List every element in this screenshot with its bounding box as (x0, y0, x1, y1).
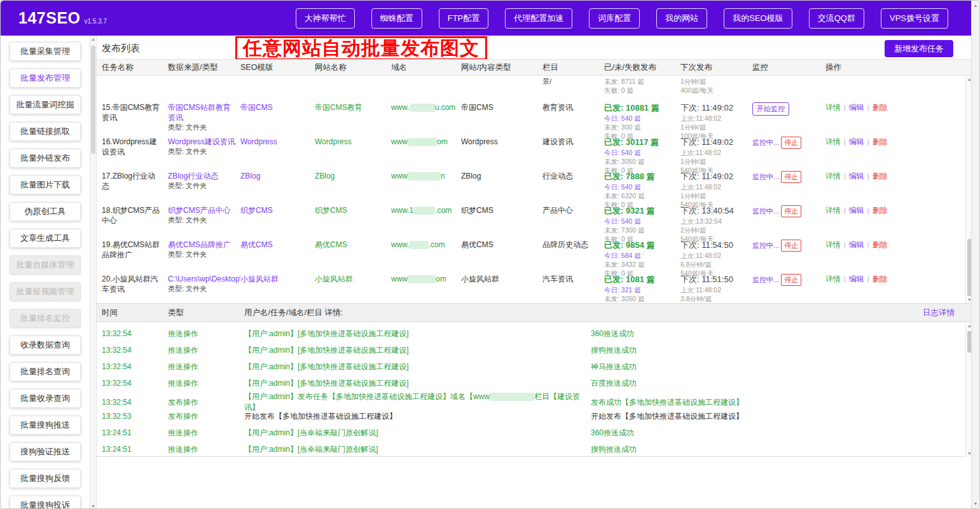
edit-link[interactable]: 编辑 (849, 206, 864, 215)
detail-link[interactable]: 详情 (825, 103, 841, 112)
sidebar-item-index-data-query[interactable]: 收录数据查询 (10, 336, 81, 355)
sidebar-item-article-generate[interactable]: 文章生成工具 (10, 229, 81, 248)
stop-monitor-button[interactable]: 停止 (781, 205, 801, 217)
monitoring-label: 监控中... (752, 241, 779, 249)
edit-link[interactable]: 编辑 (849, 275, 864, 283)
scroll-down-icon[interactable]: ▼ (972, 501, 979, 506)
detail-link[interactable]: 详情 (825, 172, 841, 180)
domain-cell: www.u.com (391, 102, 461, 112)
sidebar-item-image-download[interactable]: 批量图片下载 (10, 175, 81, 194)
monitoring-label: 监控中... (752, 276, 779, 283)
data-source-link[interactable]: ZBlog行业动态 (168, 171, 235, 181)
edit-link[interactable]: 编辑 (849, 103, 864, 112)
delete-link[interactable]: 删除 (873, 172, 888, 180)
domain-cell: www..com (391, 240, 461, 250)
detail-link[interactable]: 详情 (825, 240, 841, 249)
edit-link[interactable]: 编辑 (849, 137, 864, 146)
sidebar-item-link-grab[interactable]: 批量链接抓取 (10, 122, 81, 141)
sidebar-item-rank-query[interactable]: 批量排名查询 (10, 362, 81, 381)
detail-link[interactable]: 详情 (825, 137, 841, 146)
category-cell: 品牌历史动态 (542, 240, 604, 250)
sidebar-item-sogou-feedback[interactable]: 批量搜狗反馈 (10, 469, 81, 488)
sidebar-item-batch-collect[interactable]: 批量采集管理 (10, 42, 81, 61)
data-source-link[interactable]: 易优CMS品牌推广 (168, 240, 235, 250)
scroll-down-icon[interactable]: ▼ (90, 504, 96, 508)
log-row: 13:32:54 推送操作 【用户:admin】[多地加快推进基础设施工程建设]… (97, 342, 965, 358)
log-header: 时间 类型 用户名/任务/域名/栏目 详情: 日志详情 (97, 303, 972, 322)
scroll-up-icon[interactable]: ▲ (90, 37, 96, 41)
nav-lexicon-config-button[interactable]: 词库配置 (589, 8, 640, 29)
seo-template: 帝国CMS (240, 102, 315, 112)
delete-link[interactable]: 删除 (873, 206, 888, 215)
today-count: 今日: 321 篇 (604, 285, 675, 294)
publish-interval: 1分钟/篇 (680, 191, 747, 200)
unpublished-count: 未发: 3050 篇 (604, 157, 675, 166)
col-next-publish: 下次发布 (680, 62, 752, 73)
data-source-link[interactable]: Wordpress建设资讯 (168, 137, 235, 147)
detail-link[interactable]: 详情 (825, 275, 841, 283)
log-detail-link[interactable]: 日志详情 (923, 308, 955, 318)
log-time: 13:24:51 (102, 445, 168, 454)
nav-qq-group-button[interactable]: 交流QQ群 (809, 8, 864, 29)
main-content: 发布列表 任意网站自动批量发布图文 新增发布任务 任务名称 数据来源/类型 SE… (96, 36, 972, 509)
nav-helper-button[interactable]: 大神帮帮忙 (296, 8, 355, 29)
sidebar-item-short-video: 批量短视频管理 (10, 282, 81, 301)
sidebar-item-sogou-complaint[interactable]: 批量搜狗投诉 (10, 496, 81, 509)
data-source-link[interactable]: C:\Users\wp\Desktop\14 (168, 274, 235, 284)
log-result: 360推送成功 (591, 428, 965, 438)
last-publish-time: 上次:11:48:02 (680, 148, 747, 157)
next-publish-time: 下次: 11:49:02 (680, 102, 747, 114)
log-time: 13:32:54 (102, 379, 168, 388)
publish-interval: 3.8分钟/篇 (680, 294, 747, 303)
published-count: 已发: 9854 篇 (604, 240, 675, 251)
scrollbar-thumb[interactable] (91, 46, 95, 154)
log-detail: 开始发布【多地加快推进基础设施工程建设】 (244, 411, 591, 422)
site-type: ZBlog (461, 171, 542, 181)
log-row: 13:32:54 推送操作 【用户:admin】[多地加快推进基础设施工程建设]… (97, 375, 965, 391)
stop-monitor-button[interactable]: 停止 (781, 171, 801, 183)
seo-template: 易优CMS (240, 240, 315, 250)
log-col-type: 类型 (168, 308, 244, 318)
sidebar-item-index-query[interactable]: 批量收录查询 (10, 389, 81, 408)
sidebar-item-sogou-push[interactable]: 批量搜狗推送 (10, 416, 81, 435)
stop-monitor-button[interactable]: 停止 (781, 240, 801, 252)
nav-vps-dial-button[interactable]: VPS拨号设置 (881, 8, 948, 29)
unpublished-count: 未发: 7300 篇 (604, 226, 675, 234)
edit-link[interactable]: 编辑 (849, 172, 864, 180)
page-scrollbar[interactable]: ▲ ▼ (971, 1, 979, 508)
sidebar-item-pseudo-original[interactable]: 伪原创工具 (10, 202, 81, 221)
site-name: 帝国CMS教育 (315, 102, 391, 112)
daily-limit: 400篇/每天 (680, 86, 747, 95)
domain-redacted (410, 104, 435, 112)
sidebar-item-batch-publish[interactable]: 批量发布管理 (10, 69, 81, 88)
sidebar-item-traffic-words[interactable]: 批量流量词挖掘 (10, 95, 81, 114)
seo-template: 织梦CMS (240, 205, 315, 215)
domain-cell: wwwn (391, 171, 461, 181)
delete-link[interactable]: 删除 (873, 103, 888, 112)
nav-my-seo-template-button[interactable]: 我的SEO模版 (724, 8, 792, 29)
data-source-link[interactable]: 织梦CMS产品中心 (168, 205, 235, 215)
site-type: 小旋风站群 (461, 274, 542, 284)
delete-link[interactable]: 删除 (873, 275, 888, 283)
nav-my-sites-button[interactable]: 我的网站 (656, 8, 707, 29)
sidebar-scrollbar[interactable]: ▲ ▼ (90, 36, 96, 509)
today-count: 今日: 584 篇 (604, 251, 675, 260)
add-publish-task-button[interactable]: 新增发布任务 (885, 40, 953, 57)
data-source-link[interactable]: 帝国CMS站群教育资讯 (168, 102, 235, 123)
nav-proxy-config-button[interactable]: 代理配置加速 (505, 8, 572, 29)
edit-link[interactable]: 编辑 (849, 240, 864, 249)
category-cell: 教育资讯 (542, 102, 604, 112)
nav-ftp-config-button[interactable]: FTP配置 (439, 8, 489, 29)
delete-link[interactable]: 删除 (873, 240, 888, 249)
nav-spider-config-button[interactable]: 蜘蛛配置 (371, 8, 422, 29)
delete-link[interactable]: 删除 (873, 137, 888, 146)
stop-monitor-button[interactable]: 停止 (781, 274, 801, 286)
last-publish-time: 上次:11:48:02 (680, 182, 747, 191)
domain-redacted (408, 275, 436, 283)
sidebar-item-outlink-publish[interactable]: 批量外链发布 (10, 149, 81, 168)
scroll-up-icon[interactable]: ▲ (972, 3, 979, 8)
start-monitor-button[interactable]: 开始监控 (752, 102, 789, 116)
sidebar-item-sogou-verify-push[interactable]: 搜狗验证推送 (10, 442, 81, 461)
detail-link[interactable]: 详情 (825, 206, 841, 215)
stop-monitor-button[interactable]: 停止 (781, 137, 801, 149)
